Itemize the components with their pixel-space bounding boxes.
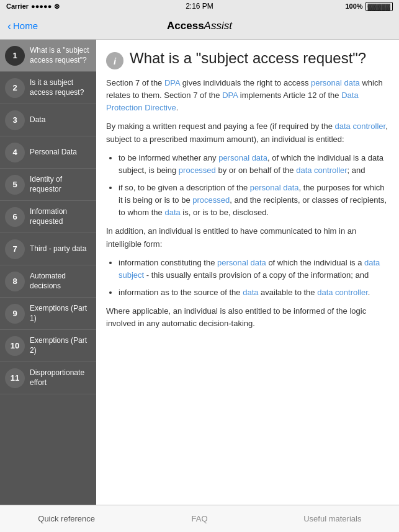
processed-link-1[interactable]: processed [179,166,216,175]
sidebar-number-8: 8 [5,272,25,291]
paragraph-1: Section 7 of the DPA gives individuals t… [106,77,389,114]
sidebar-number-11: 11 [5,368,25,388]
sidebar-label-6: Information requested [30,207,91,226]
sidebar-item-2[interactable]: 2Is it a subject access request? [0,72,96,104]
paragraph-4: Where applicable, an individual is also … [106,305,389,330]
dpa-link-2[interactable]: DPA [222,91,238,100]
bullet-1-1: to be informed whether any personal data… [119,152,389,177]
tab-quick-reference[interactable]: Quick reference [0,505,133,532]
tab-faq[interactable]: FAQ [133,505,266,532]
sidebar-label-11: Disproportionate effort [30,368,91,388]
sidebar-item-9[interactable]: 9Exemptions (Part 1) [0,298,96,330]
sidebar-number-1: 1 [5,46,25,66]
sidebar-label-7: Third - party data [30,244,86,254]
paragraph-3: In addition, an individual is entitled t… [106,225,389,250]
sidebar-label-9: Exemptions (Part 1) [30,304,91,323]
bullet-list-2: information constituting the personal da… [119,257,389,299]
data-link-2[interactable]: data [243,288,258,297]
sidebar-number-3: 3 [5,110,25,130]
nav-bar: ‹ Home AccessAssist [0,12,399,40]
sidebar-item-11[interactable]: 11Disproportionate effort [0,362,96,394]
info-icon: i [106,52,123,69]
app-title-italic: Assist [204,20,232,32]
sidebar-number-7: 7 [5,239,25,259]
sidebar-number-4: 4 [5,143,25,162]
dpa-link-1[interactable]: DPA [164,78,180,87]
app-title-bold: Access [167,20,204,32]
sidebar-label-4: Personal Data [30,148,77,157]
content-header: i What is a "subject access request"? [106,50,389,69]
sidebar-item-10[interactable]: 10Exemptions (Part 2) [0,330,96,362]
sidebar-number-2: 2 [5,78,25,98]
sidebar-number-9: 9 [5,304,25,324]
sidebar-item-4[interactable]: 4Personal Data [0,136,96,169]
tab-bar: Quick reference FAQ Useful materials [0,505,399,532]
sidebar: 1What is a "subject access request"?2Is … [0,40,96,505]
content-title: What is a "subject access request"? [130,50,389,68]
sidebar-number-6: 6 [5,207,25,227]
bullet-2-2: information as to the source of the data… [119,286,389,299]
data-controller-link-2[interactable]: data controller [296,166,347,175]
bullet-2-1: information constituting the personal da… [119,257,389,282]
chevron-left-icon: ‹ [7,20,11,32]
bullet-1-2: if so, to be given a description of the … [119,182,389,219]
data-controller-link-3[interactable]: data controller [317,288,368,297]
data-link-1[interactable]: data [164,208,180,217]
status-bar: Carrier ●●●●● ⊛ 2:16 PM 100% ▓▓▓▓▓ [0,0,399,12]
sidebar-label-8: Automated decisions [30,272,91,291]
sidebar-number-10: 10 [5,336,25,356]
sidebar-item-8[interactable]: 8Automated decisions [0,265,96,298]
sidebar-item-7[interactable]: 7Third - party data [0,233,96,265]
sidebar-number-5: 5 [5,175,25,195]
back-label: Home [13,20,38,31]
sidebar-label-2: Is it a subject access request? [30,78,91,97]
sidebar-label-1: What is a "subject access request"? [30,46,91,65]
sidebar-item-3[interactable]: 3Data [0,104,96,136]
sidebar-label-5: Identity of requestor [30,175,91,194]
app-title: AccessAssist [167,20,232,32]
sidebar-item-6[interactable]: 6Information requested [0,201,96,233]
main-container: 1What is a "subject access request"?2Is … [0,40,399,505]
personal-data-link-4[interactable]: personal data [217,258,266,267]
personal-data-link-2[interactable]: personal data [218,153,267,162]
status-carrier: Carrier ●●●●● ⊛ [6,2,60,11]
processed-link-2[interactable]: processed [192,195,230,205]
personal-data-link-1[interactable]: personal data [311,78,360,87]
data-controller-link-1[interactable]: data controller [335,122,386,131]
sidebar-item-1[interactable]: 1What is a "subject access request"? [0,40,96,72]
bullet-list-1: to be informed whether any personal data… [119,152,389,219]
paragraph-2: By making a written request and paying a… [106,120,389,145]
sidebar-label-10: Exemptions (Part 2) [30,336,91,355]
personal-data-link-3[interactable]: personal data [250,183,299,192]
status-battery: 100% ▓▓▓▓▓ [345,2,393,11]
content-body: Section 7 of the DPA gives individuals t… [106,77,389,330]
status-time: 2:16 PM [186,2,213,11]
content-area: i What is a "subject access request"? Se… [96,40,399,505]
sidebar-item-5[interactable]: 5Identity of requestor [0,169,96,201]
sidebar-label-3: Data [30,115,45,125]
tab-useful-materials[interactable]: Useful materials [266,505,399,532]
back-button[interactable]: ‹ Home [7,20,38,32]
